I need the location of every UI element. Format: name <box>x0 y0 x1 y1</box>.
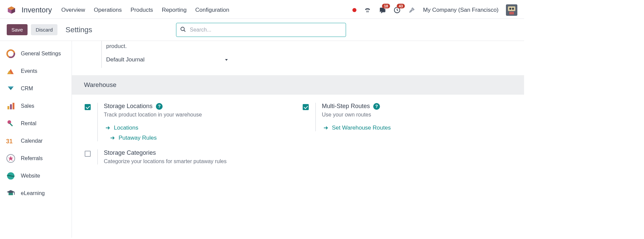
svg-line-16 <box>184 30 185 32</box>
user-avatar[interactable] <box>506 4 517 16</box>
sidebar-item-label: Events <box>21 68 37 74</box>
sales-icon <box>6 101 15 111</box>
menu-products[interactable]: Products <box>131 7 153 13</box>
voip-icon[interactable] <box>364 6 371 14</box>
default-journal-label: Default Journal <box>106 56 144 63</box>
checkbox-multistep-routes[interactable] <box>303 104 309 110</box>
setting-desc: Track product location in your warehouse <box>104 112 202 118</box>
sidebar-item-label: CRM <box>21 86 33 92</box>
top-menu: Overview Operations Products Reporting C… <box>61 7 229 13</box>
company-selector[interactable]: My Company (San Francisco) <box>423 7 499 13</box>
sidebar-item-referrals[interactable]: Referrals <box>0 150 72 167</box>
svg-rect-6 <box>366 11 367 12</box>
svg-text:31: 31 <box>6 138 13 145</box>
menu-operations[interactable]: Operations <box>94 7 122 13</box>
link-label: Putaway Rules <box>119 135 157 141</box>
sidebar-item-general-settings[interactable]: General Settings <box>0 45 72 62</box>
activities-icon[interactable]: 43 <box>393 6 401 14</box>
sidebar-item-calendar[interactable]: 31 Calendar <box>0 132 72 150</box>
elearning-icon <box>6 189 15 198</box>
sidebar-item-events[interactable]: Events <box>0 62 72 80</box>
sidebar-item-label: Referrals <box>21 155 43 161</box>
link-label: Locations <box>114 125 138 131</box>
link-label: Set Warehouse Routes <box>332 125 391 131</box>
search-input[interactable] <box>176 23 346 37</box>
sidebar-item-elearning[interactable]: eLearning <box>0 185 72 202</box>
menu-configuration[interactable]: Configuration <box>195 7 229 13</box>
menu-reporting[interactable]: Reporting <box>162 7 187 13</box>
svg-rect-8 <box>368 11 369 12</box>
messages-badge: 18 <box>382 4 390 8</box>
svg-marker-28 <box>8 156 13 161</box>
default-journal-select[interactable] <box>151 58 228 62</box>
top-navbar: Inventory Overview Operations Products R… <box>0 0 524 19</box>
save-button[interactable]: Save <box>7 24 28 35</box>
messages-icon[interactable]: 18 <box>379 6 386 14</box>
tools-icon[interactable] <box>408 6 416 14</box>
sidebar-item-rental[interactable]: Rental <box>0 115 72 132</box>
svg-rect-21 <box>7 106 9 109</box>
crm-icon <box>6 84 15 93</box>
svg-rect-3 <box>366 10 367 11</box>
events-icon <box>6 66 15 76</box>
search-wrap <box>176 23 346 37</box>
app-title[interactable]: Inventory <box>22 6 52 14</box>
setting-title: Storage Locations <box>104 103 153 110</box>
svg-point-12 <box>509 8 511 10</box>
setting-title: Multi-Step Routes <box>322 103 370 110</box>
setting-desc: Categorize your locations for smarter pu… <box>104 158 227 164</box>
arrow-right-icon <box>110 135 115 141</box>
calendar-icon: 31 <box>6 136 15 146</box>
rental-icon <box>6 119 15 128</box>
menu-overview[interactable]: Overview <box>61 7 85 13</box>
sidebar-item-label: eLearning <box>21 190 45 196</box>
svg-rect-14 <box>509 12 514 14</box>
svg-rect-11 <box>508 6 515 11</box>
svg-rect-25 <box>9 123 13 127</box>
checkbox-storage-categories[interactable] <box>85 151 91 157</box>
sidebar-item-label: General Settings <box>21 51 61 57</box>
discard-button[interactable]: Discard <box>31 24 57 35</box>
chevron-down-icon <box>224 58 228 62</box>
link-locations[interactable]: Locations <box>104 125 202 131</box>
section-header-warehouse: Warehouse <box>72 75 524 95</box>
recording-indicator-icon[interactable] <box>352 8 356 12</box>
general-settings-icon <box>6 49 15 58</box>
svg-rect-23 <box>12 103 14 109</box>
checkbox-storage-locations[interactable] <box>85 104 91 110</box>
setting-storage-locations: Storage Locations ? Track product locati… <box>84 103 294 141</box>
sidebar-item-label: Calendar <box>21 138 43 144</box>
sidebar-item-label: Website <box>21 173 40 179</box>
sidebar-item-label: Sales <box>21 103 34 109</box>
partial-setting-desc: product. <box>72 41 524 50</box>
help-icon[interactable]: ? <box>373 103 380 110</box>
svg-point-13 <box>512 8 514 10</box>
setting-multistep-routes: Multi-Step Routes ? Use your own routes … <box>302 103 512 131</box>
activities-badge: 43 <box>397 4 405 8</box>
website-icon <box>6 171 15 181</box>
settings-main: product. Default Journal Warehouse Stora… <box>72 41 524 238</box>
setting-desc: Use your own routes <box>322 112 391 118</box>
svg-rect-5 <box>368 10 369 11</box>
arrow-right-icon <box>105 125 111 131</box>
sidebar-item-website[interactable]: Website <box>0 167 72 185</box>
control-bar: Save Discard Settings <box>0 19 524 41</box>
sidebar-item-label: Rental <box>21 121 36 127</box>
svg-rect-31 <box>9 193 13 195</box>
breadcrumb: Settings <box>66 26 92 34</box>
referrals-icon <box>6 154 15 163</box>
svg-rect-4 <box>367 10 368 11</box>
sidebar-item-crm[interactable]: CRM <box>0 80 72 97</box>
link-set-warehouse-routes[interactable]: Set Warehouse Routes <box>322 125 391 131</box>
app-logo-icon[interactable] <box>7 5 16 15</box>
svg-marker-33 <box>225 59 228 61</box>
link-putaway-rules[interactable]: Putaway Rules <box>104 135 202 141</box>
svg-rect-22 <box>10 104 12 109</box>
settings-sidebar: General Settings Events CRM Sales Rental <box>0 41 72 238</box>
search-icon <box>180 26 186 33</box>
setting-title: Storage Categories <box>104 149 156 156</box>
help-icon[interactable]: ? <box>156 103 163 110</box>
svg-point-15 <box>181 27 184 31</box>
sidebar-item-sales[interactable]: Sales <box>0 97 72 115</box>
systray: 18 43 My Company (San Francisco) <box>352 4 517 16</box>
